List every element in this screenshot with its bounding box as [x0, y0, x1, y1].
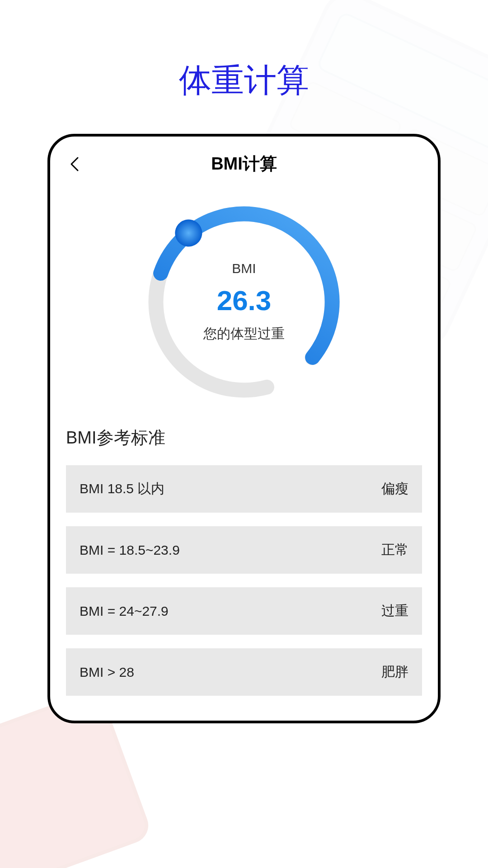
standard-range: BMI = 24~27.9 [80, 604, 169, 619]
app-header: BMI计算 [66, 143, 422, 191]
standard-label: 正常 [381, 541, 408, 559]
standard-row: BMI > 28 肥胖 [66, 648, 422, 696]
bmi-gauge-container: BMI 26.3 您的体型过重 [66, 191, 422, 426]
standard-row: BMI = 24~27.9 过重 [66, 587, 422, 635]
standard-range: BMI = 18.5~23.9 [80, 542, 180, 558]
standard-row: BMI = 18.5~23.9 正常 [66, 526, 422, 574]
gauge-label: BMI [142, 261, 346, 276]
gauge-status: 您的体型过重 [142, 325, 346, 343]
standard-label: 偏瘦 [381, 480, 408, 498]
page-title: 体重计算 [0, 0, 488, 134]
standard-row: BMI 18.5 以内 偏瘦 [66, 465, 422, 513]
app-title: BMI计算 [84, 152, 422, 175]
phone-frame: BMI计算 BMI [47, 134, 441, 723]
standard-range: BMI > 28 [80, 665, 134, 680]
gauge-value: 26.3 [142, 284, 346, 316]
standards-title: BMI参考标准 [66, 426, 422, 449]
bmi-gauge: BMI 26.3 您的体型过重 [142, 200, 346, 404]
standard-label: 肥胖 [381, 663, 408, 681]
standard-range: BMI 18.5 以内 [80, 480, 164, 498]
back-icon[interactable] [66, 155, 84, 173]
standard-label: 过重 [381, 602, 408, 620]
standards-list: BMI 18.5 以内 偏瘦 BMI = 18.5~23.9 正常 BMI = … [66, 465, 422, 696]
